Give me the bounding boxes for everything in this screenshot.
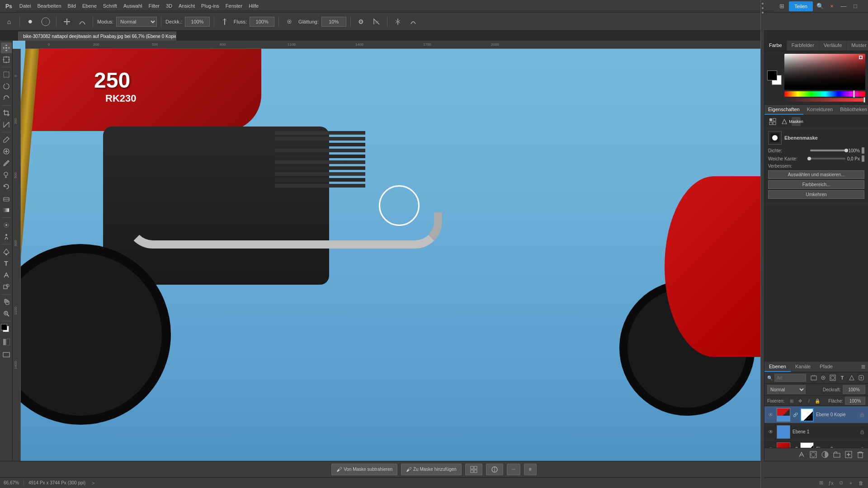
- arrange-icon[interactable]: ⊞: [777, 2, 786, 11]
- brush-mode-toggle[interactable]: [76, 15, 89, 28]
- gradient-tool[interactable]: [1, 205, 12, 216]
- quick-mask-button[interactable]: [1, 337, 12, 347]
- lasso-tool[interactable]: [1, 81, 12, 92]
- layers-tab-ebenen[interactable]: Ebenen: [764, 362, 791, 372]
- menu-3d[interactable]: 3D: [166, 3, 172, 9]
- glatt-input[interactable]: [321, 17, 346, 27]
- fixieren-btn-4[interactable]: 🔒: [814, 397, 821, 404]
- status-mask-icon[interactable]: ⊙: [837, 479, 844, 487]
- menu-datei[interactable]: Datei: [19, 3, 31, 9]
- bottom-btn-4[interactable]: [486, 464, 503, 475]
- color-picker-handle[interactable]: [859, 56, 863, 59]
- status-arrow-btn[interactable]: >: [90, 480, 96, 486]
- quick-selection-tool[interactable]: [1, 93, 12, 103]
- canvas-viewport[interactable]: 250 RK230 0 200 500 800 1100 1400 1700: [13, 41, 764, 461]
- deckk-input[interactable]: [185, 17, 210, 27]
- fg-color-swatch[interactable]: [767, 70, 777, 80]
- umkehren-button[interactable]: Umkehren: [768, 190, 864, 199]
- clone-stamp-tool[interactable]: [1, 169, 12, 180]
- fixieren-btn-2[interactable]: ✥: [797, 397, 804, 404]
- layer-group-button[interactable]: [832, 450, 842, 460]
- layer-item-1[interactable]: 👁 Ebene 1: [764, 423, 868, 441]
- props-tab-eigenschaften[interactable]: Eigenschaften: [764, 105, 803, 115]
- menu-filter[interactable]: Filter: [149, 3, 160, 9]
- layers-tab-kanaele[interactable]: Kanäle: [791, 362, 815, 372]
- layer-delete-button[interactable]: [855, 450, 865, 460]
- layer-smart-btn[interactable]: [858, 373, 865, 382]
- subtract-from-mask-button[interactable]: 🖌 Von Maske subtrahieren: [331, 464, 397, 475]
- color-tab-farbe[interactable]: Farbe: [764, 41, 787, 51]
- color-tab-verlaeufe[interactable]: Verläufe: [819, 41, 847, 51]
- symmetry-button[interactable]: [392, 15, 404, 28]
- heal-tool[interactable]: [1, 146, 12, 157]
- layer-1-eye[interactable]: 👁: [767, 428, 774, 436]
- path-selection-tool[interactable]: [1, 270, 12, 281]
- brush-tool-toggle[interactable]: [61, 15, 73, 28]
- search-icon[interactable]: 🔍: [816, 2, 825, 11]
- bottom-btn-6[interactable]: ≡: [524, 464, 537, 475]
- color-tab-muster[interactable]: Muster: [847, 41, 868, 51]
- layer-0-eye[interactable]: 👁: [767, 411, 774, 418]
- canvas-area[interactable]: 250 RK230 0 200 500 800 1100 1400 1700: [13, 41, 764, 461]
- pressure-button[interactable]: [218, 15, 231, 28]
- weiche-kante-handle[interactable]: [862, 155, 864, 162]
- props-masken-tab[interactable]: Masken: [792, 117, 801, 126]
- color-gradient-field[interactable]: [784, 54, 865, 90]
- zoom-tool[interactable]: [1, 308, 12, 319]
- layer-mask-button[interactable]: [808, 450, 818, 460]
- layer-new-group-btn[interactable]: [810, 373, 817, 382]
- menu-auswahl[interactable]: Auswahl: [123, 3, 142, 9]
- artboard-tool[interactable]: [1, 54, 12, 65]
- shape-tool[interactable]: [1, 282, 12, 292]
- layers-opacity-input[interactable]: [843, 385, 865, 394]
- history-brush-tool[interactable]: [1, 181, 12, 192]
- bottom-btn-3[interactable]: [465, 464, 482, 475]
- dichte-slider[interactable]: [810, 150, 846, 151]
- minimize-icon[interactable]: —: [839, 2, 848, 11]
- layers-mode-select[interactable]: Normal: [767, 385, 806, 394]
- layer-item-0[interactable]: 👁 🔗 Ebene 0 Kopie: [764, 406, 868, 423]
- modus-select[interactable]: Normal: [116, 17, 157, 27]
- screen-mode-button[interactable]: [1, 349, 12, 360]
- flaeche-input[interactable]: [845, 397, 865, 405]
- pen-tool[interactable]: [1, 246, 12, 257]
- status-new-icon[interactable]: +: [847, 479, 854, 487]
- props-pixel-icon[interactable]: [768, 117, 777, 126]
- fixieren-btn-1[interactable]: ⊞: [788, 397, 795, 404]
- menu-ebene[interactable]: Ebene: [82, 3, 97, 9]
- layer-mask-btn[interactable]: [829, 373, 836, 382]
- status-grid-icon[interactable]: ⊞: [817, 479, 825, 487]
- menu-hilfe[interactable]: Hilfe: [249, 3, 259, 9]
- brush-size-button[interactable]: [39, 15, 52, 28]
- layers-search-input[interactable]: [774, 374, 806, 382]
- color-tab-farbfelder[interactable]: Farbfelder: [787, 41, 819, 51]
- color-alpha-bar[interactable]: [784, 98, 865, 102]
- close-icon[interactable]: ×: [827, 2, 836, 11]
- layer-fx-button[interactable]: [797, 450, 807, 460]
- airbrush-button[interactable]: [283, 15, 296, 28]
- section-header[interactable]: Ebenenmaske: [768, 131, 864, 145]
- filter-icon[interactable]: 🔍: [767, 375, 773, 380]
- document-tab[interactable]: bike-3073082 nattapol deejitwasin auf Pi…: [18, 32, 176, 41]
- status-delete-icon[interactable]: 🗑: [857, 479, 864, 487]
- hue-bar-handle[interactable]: [853, 90, 855, 98]
- brush-tool[interactable]: [1, 158, 12, 169]
- props-vector-icon[interactable]: [780, 117, 789, 126]
- layer-adjust-btn[interactable]: [819, 373, 827, 382]
- auswahl-maskieren-button[interactable]: Auswählen und maskieren...: [768, 170, 864, 179]
- color-hue-bar[interactable]: [784, 91, 865, 97]
- layers-panel-menu[interactable]: ≡: [859, 362, 868, 372]
- weiche-kante-slider[interactable]: [809, 158, 845, 160]
- blur-tool[interactable]: [1, 220, 12, 230]
- props-tab-bibliotheken[interactable]: Bibliotheken: [836, 105, 868, 115]
- layer-0-link[interactable]: 🔗: [793, 412, 798, 418]
- eraser-tool[interactable]: [1, 193, 12, 204]
- home-button[interactable]: ⌂: [3, 15, 15, 28]
- hand-tool[interactable]: [1, 296, 12, 307]
- status-fx-icon[interactable]: ƒx: [827, 479, 835, 487]
- menu-bild[interactable]: Bild: [68, 3, 76, 9]
- foreground-color-swatch[interactable]: [1, 324, 7, 330]
- layers-tab-pfade[interactable]: Pfade: [815, 362, 837, 372]
- eyedropper-tool[interactable]: [1, 134, 12, 145]
- slice-tool[interactable]: [1, 119, 12, 130]
